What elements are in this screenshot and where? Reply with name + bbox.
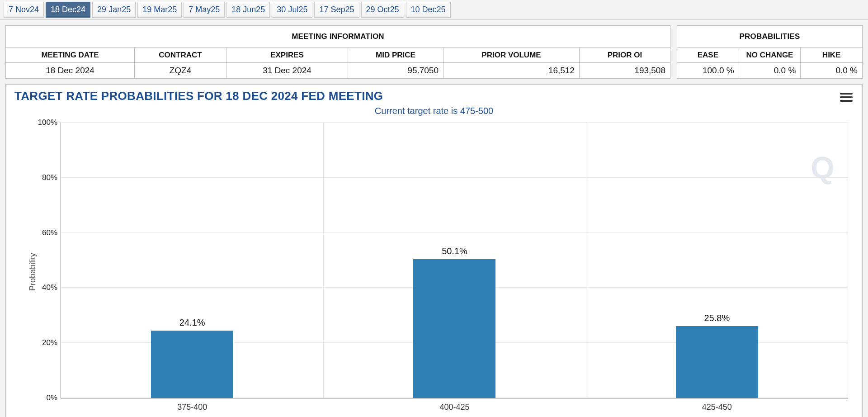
col-no-change: NO CHANGE	[739, 48, 801, 63]
chart-title: TARGET RATE PROBABILITIES FOR 18 DEC 202…	[6, 85, 862, 105]
chart-panel: TARGET RATE PROBABILITIES FOR 18 DEC 202…	[5, 84, 863, 417]
y-tick-label: 100%	[35, 118, 57, 127]
val-expires: 31 Dec 2024	[226, 63, 348, 79]
col-prior-volume: PRIOR VOLUME	[443, 48, 580, 63]
y-tick-label: 60%	[35, 228, 57, 237]
x-tick-label: 375-400	[177, 398, 207, 412]
chart-area: Probability Q 0%20%40%60%80%100%24.1%375…	[33, 118, 853, 417]
col-expires: EXPIRES	[226, 48, 348, 63]
tab-29oct25[interactable]: 29 Oct25	[361, 2, 404, 18]
chart-menu-icon[interactable]	[840, 91, 853, 104]
col-prior-oi: PRIOR OI	[580, 48, 670, 63]
col-hike: HIKE	[801, 48, 862, 63]
y-tick-label: 80%	[35, 173, 57, 182]
y-tick-label: 20%	[35, 338, 57, 347]
tab-30jul25[interactable]: 30 Jul25	[272, 2, 312, 18]
vgridline	[848, 123, 848, 398]
probabilities-title: PROBABILITIES	[677, 26, 862, 48]
tab-18jun25[interactable]: 18 Jun25	[226, 2, 270, 18]
col-meeting-date: MEETING DATE	[6, 48, 135, 63]
bar-slot: 50.1%400-425	[323, 123, 585, 398]
val-hike: 0.0 %	[801, 63, 862, 79]
tab-7nov24[interactable]: 7 Nov24	[4, 2, 44, 18]
bar-400-425[interactable]	[413, 259, 495, 398]
col-mid-price: MID PRICE	[348, 48, 443, 63]
tab-17sep25[interactable]: 17 Sep25	[314, 2, 359, 18]
val-contract: ZQZ4	[135, 63, 226, 79]
bar-slot: 25.8%425-450	[586, 123, 848, 398]
tab-29jan25[interactable]: 29 Jan25	[92, 2, 136, 18]
y-tick-label: 0%	[35, 393, 57, 403]
y-tick-label: 40%	[35, 283, 57, 292]
tab-18dec24[interactable]: 18 Dec24	[46, 2, 90, 18]
plot-area: Q 0%20%40%60%80%100%24.1%375-40050.1%400…	[61, 123, 848, 398]
col-ease: EASE	[677, 48, 739, 63]
probabilities-table: PROBABILITIES EASE NO CHANGE HIKE 100.0 …	[677, 25, 863, 79]
tab-7may25[interactable]: 7 May25	[184, 2, 225, 18]
bar-value-label: 24.1%	[179, 317, 205, 328]
tab-19mar25[interactable]: 19 Mar25	[137, 2, 182, 18]
x-tick-label: 400-425	[439, 398, 469, 412]
val-ease: 100.0 %	[677, 63, 739, 79]
x-tick-label: 425-450	[702, 398, 732, 412]
bar-425-450[interactable]	[676, 326, 758, 398]
bar-375-400[interactable]	[151, 331, 233, 398]
val-mid-price: 95.7050	[348, 63, 443, 79]
val-prior-volume: 16,512	[443, 63, 580, 79]
val-prior-oi: 193,508	[580, 63, 670, 79]
val-meeting-date: 18 Dec 2024	[6, 63, 135, 79]
val-no-change: 0.0 %	[739, 63, 801, 79]
meeting-info-title: MEETING INFORMATION	[6, 26, 670, 48]
col-contract: CONTRACT	[135, 48, 226, 63]
date-tabs: 7 Nov2418 Dec2429 Jan2519 Mar257 May2518…	[0, 0, 868, 20]
bar-value-label: 50.1%	[442, 246, 467, 256]
bar-slot: 24.1%375-400	[61, 123, 323, 398]
chart-subtitle: Current target rate is 475-500	[6, 105, 862, 118]
info-tables-row: MEETING INFORMATION MEETING DATE CONTRAC…	[0, 20, 868, 79]
meeting-info-table: MEETING INFORMATION MEETING DATE CONTRAC…	[5, 25, 670, 79]
tab-10dec25[interactable]: 10 Dec25	[406, 2, 451, 18]
bar-value-label: 25.8%	[704, 313, 730, 323]
